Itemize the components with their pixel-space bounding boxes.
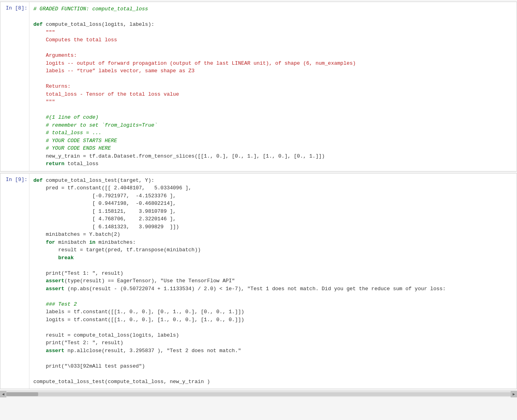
scroll-left-arrow[interactable]: ◀ [0,391,6,397]
cell-8-label: In [8]: [0,2,29,171]
notebook: In [8]: # GRADED FUNCTION: compute_total… [0,0,517,420]
cell-9-label: In [9]: [0,173,29,389]
cell-8: In [8]: # GRADED FUNCTION: compute_total… [0,2,517,171]
cell-9: In [9]: def compute_total_loss_test(targ… [0,173,517,389]
cell-9-content[interactable]: def compute_total_loss_test(target, Y): … [29,173,517,389]
bottom-scrollbar[interactable]: ◀ ▶ [0,391,517,397]
cell-8-content[interactable]: # GRADED FUNCTION: compute_total_loss de… [29,2,517,171]
scrollbar-track[interactable] [6,392,511,396]
scroll-right-arrow[interactable]: ▶ [511,391,517,397]
scrollbar-thumb[interactable] [6,392,38,396]
